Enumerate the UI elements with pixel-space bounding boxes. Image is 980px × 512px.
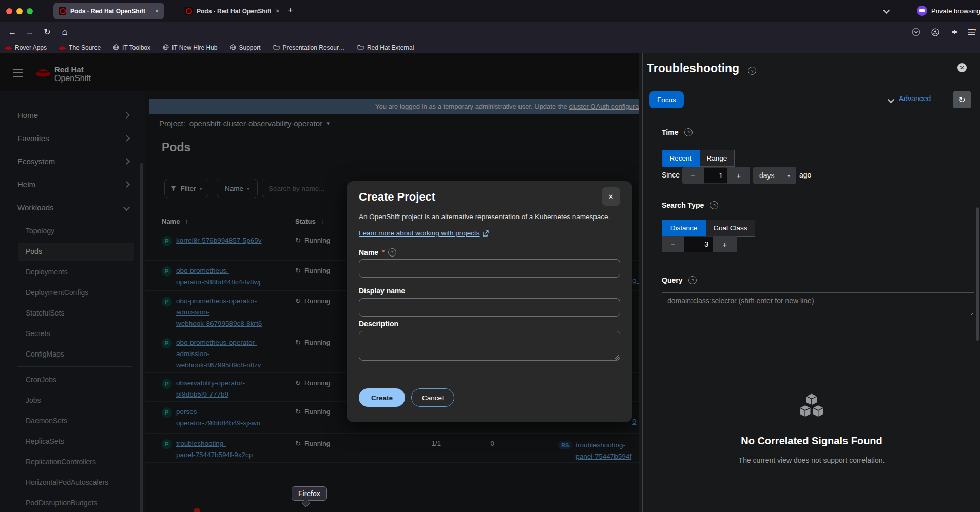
bookmark-redhat-icon [59, 44, 66, 51]
search-type-distance-toggle[interactable]: Distance [662, 220, 706, 237]
openshift-favicon-icon [59, 7, 66, 15]
time-unit-select[interactable]: days▾ [753, 167, 796, 184]
time-range-toggle[interactable]: Range [700, 150, 735, 167]
tab-overflow-chevron-icon[interactable] [883, 7, 890, 14]
help-icon[interactable]: ? [684, 128, 693, 136]
learn-more-link[interactable]: Learn more about working with projects [359, 229, 489, 237]
console-main-region: Red Hat OpenShift HomeFavoritesEcosystem… [0, 53, 639, 512]
tab-title: Pods · Red Hat OpenShift [197, 8, 271, 15]
troubleshooting-panel: Troubleshooting ? ✕ Focus Advanced ↻ Tim… [639, 53, 980, 512]
bookmark-item[interactable]: The Source [59, 44, 101, 51]
bookmark-label: IT New Hire Hub [172, 44, 217, 51]
titlebar: Pods · Red Hat OpenShift✕Pods · Red Hat … [0, 0, 980, 22]
search-type-goal-class-toggle[interactable]: Goal Class [706, 220, 755, 237]
bookmark-item[interactable]: Red Hat External [357, 44, 414, 51]
create-button[interactable]: Create [359, 388, 405, 407]
back-icon[interactable]: ← [8, 22, 16, 42]
time-minus-button[interactable]: − [682, 167, 704, 184]
description-textarea[interactable] [359, 331, 620, 361]
display-name-field-label: Display name [359, 287, 405, 295]
bookmark-folder-icon [357, 44, 364, 51]
reload-icon[interactable]: ↻ [43, 22, 51, 42]
time-plus-button[interactable]: + [727, 167, 750, 184]
bookmark-item[interactable]: IT Toolbox [113, 44, 150, 52]
query-section-label: Query? [662, 276, 697, 284]
bookmark-label: Presentation Resour… [283, 44, 345, 51]
browser-tab[interactable]: Pods · Red Hat OpenShift✕ [180, 3, 285, 19]
close-icon[interactable]: ✕ [957, 63, 967, 72]
close-icon[interactable]: ✕ [602, 187, 620, 206]
time-section-label: Time? [662, 128, 693, 136]
menu-icon[interactable] [967, 22, 977, 42]
bookmarks-bar: Rover AppsThe SourceIT ToolboxIT New Hir… [0, 42, 980, 53]
help-icon[interactable]: ? [388, 248, 396, 257]
bookmark-item[interactable]: Support [230, 44, 261, 52]
bookmark-label: Red Hat External [367, 44, 414, 51]
help-icon[interactable]: ? [748, 67, 756, 75]
bookmark-item[interactable]: Rover Apps [5, 44, 47, 51]
private-browsing-label: Private browsing [931, 7, 980, 15]
cancel-button[interactable]: Cancel [411, 388, 454, 407]
close-tab-icon[interactable]: ✕ [155, 8, 159, 14]
close-window-button[interactable] [6, 8, 12, 14]
create-project-modal: Create Project ✕ An OpenShift project is… [347, 181, 632, 422]
chevron-down-icon: ▾ [787, 173, 790, 179]
distance-minus-button[interactable]: − [662, 236, 684, 252]
refresh-button[interactable]: ↻ [953, 91, 971, 108]
account-icon[interactable] [930, 22, 940, 42]
bookmark-item[interactable]: Presentation Resour… [273, 44, 345, 51]
ago-label: ago [799, 171, 811, 179]
chevron-down-icon[interactable] [888, 96, 894, 103]
bookmark-folder-icon [273, 44, 280, 51]
zoom-window-button[interactable] [27, 8, 33, 14]
focus-button[interactable]: Focus [649, 91, 684, 108]
forward-icon[interactable]: → [26, 22, 34, 42]
query-textarea[interactable] [662, 292, 974, 319]
bookmark-label: Support [239, 44, 261, 51]
cubes-icon [797, 392, 827, 421]
help-icon[interactable]: ? [688, 276, 697, 284]
divider [643, 83, 980, 83]
modal-description: An OpenShift project is an alternative r… [359, 213, 622, 221]
browser-tab[interactable]: Pods · Red Hat OpenShift✕ [53, 3, 164, 19]
description-field-label: Description [359, 320, 398, 328]
new-tab-button[interactable]: + [287, 5, 293, 16]
required-asterisk: * [382, 249, 385, 256]
close-tab-icon[interactable]: ✕ [276, 8, 280, 14]
tab-title: Pods · Red Hat OpenShift [70, 8, 150, 15]
distance-value[interactable]: 3 [684, 236, 713, 252]
extension-icon[interactable] [949, 22, 959, 42]
bookmark-label: IT Toolbox [122, 44, 150, 51]
external-link-icon [483, 230, 489, 237]
empty-state-title: No Correlated Signals Found [643, 435, 980, 447]
minimize-window-button[interactable] [16, 8, 23, 14]
empty-state: No Correlated Signals Found The current … [643, 392, 980, 464]
bookmark-globe-icon [163, 44, 169, 52]
distance-plus-button[interactable]: + [713, 236, 737, 252]
bookmark-label: Rover Apps [15, 44, 47, 51]
project-name-input[interactable] [359, 259, 620, 278]
advanced-link[interactable]: Advanced [899, 94, 931, 103]
panel-title: Troubleshooting [647, 62, 739, 75]
time-recent-toggle[interactable]: Recent [662, 150, 700, 167]
private-browsing-mask-icon [917, 6, 927, 16]
navbar: ← → ↻ ⌂ https://console-openshift-consol… [0, 22, 980, 42]
home-icon[interactable]: ⌂ [61, 22, 69, 42]
bookmark-item[interactable]: IT New Hire Hub [163, 44, 217, 52]
pocket-icon[interactable] [911, 22, 921, 42]
openshift-console: Red Hat OpenShift HomeFavoritesEcosystem… [0, 53, 980, 512]
bookmark-globe-icon [113, 44, 119, 52]
modal-title: Create Project [359, 190, 435, 204]
private-browsing-badge: Private browsing [917, 6, 980, 16]
search-type-section-label: Search Type? [662, 201, 718, 209]
bookmark-label: The Source [69, 44, 101, 51]
openshift-favicon-icon [185, 7, 193, 15]
browser-window: Pods · Red Hat OpenShift✕Pods · Red Hat … [0, 0, 980, 512]
display-name-input[interactable] [359, 298, 620, 317]
bookmark-redhat-icon [5, 44, 12, 51]
scrollbar[interactable] [976, 207, 979, 341]
time-value[interactable]: 1 [704, 167, 727, 184]
bookmark-globe-icon [230, 44, 236, 52]
firefox-tooltip: Firefox [292, 486, 327, 501]
help-icon[interactable]: ? [710, 201, 718, 209]
